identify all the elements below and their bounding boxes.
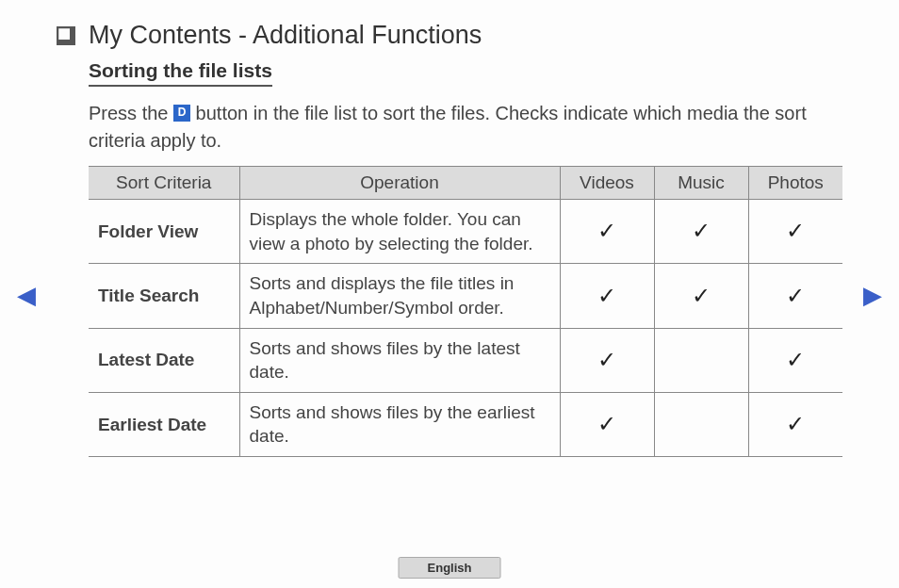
music-cell (654, 328, 748, 392)
intro-part1: Press the (89, 103, 173, 123)
d-button-icon: D (173, 105, 190, 122)
table-row: Title SearchSorts and displays the file … (89, 264, 842, 328)
title-row: My Contents - Additional Functions (57, 21, 842, 50)
check-icon: ✓ (786, 218, 805, 243)
header-music: Music (654, 167, 748, 200)
language-badge: English (399, 557, 501, 579)
check-icon: ✓ (597, 283, 616, 308)
check-icon: ✓ (597, 218, 616, 243)
criteria-cell: Title Search (89, 264, 239, 328)
header-videos: Videos (560, 167, 654, 200)
table-row: Earliest DateSorts and shows files by th… (89, 392, 842, 456)
criteria-cell: Earliest Date (89, 392, 239, 456)
photos-cell: ✓ (748, 328, 842, 392)
sort-criteria-table: Sort Criteria Operation Videos Music Pho… (89, 166, 842, 457)
check-icon: ✓ (692, 218, 711, 243)
operation-cell: Sorts and shows files by the latest date… (239, 328, 560, 392)
prev-page-arrow[interactable]: ◀ (17, 281, 36, 310)
operation-cell: Displays the whole folder. You can view … (239, 200, 560, 264)
header-criteria: Sort Criteria (89, 167, 239, 200)
music-cell (654, 392, 748, 456)
videos-cell: ✓ (560, 264, 654, 328)
table-header-row: Sort Criteria Operation Videos Music Pho… (89, 167, 842, 200)
bullet-square-icon (57, 26, 75, 45)
videos-cell: ✓ (560, 328, 654, 392)
videos-cell: ✓ (560, 200, 654, 264)
next-page-arrow[interactable]: ▶ (863, 281, 882, 310)
photos-cell: ✓ (748, 392, 842, 456)
photos-cell: ✓ (748, 200, 842, 264)
table-row: Latest DateSorts and shows files by the … (89, 328, 842, 392)
music-cell: ✓ (654, 200, 748, 264)
page-subtitle: Sorting the file lists (89, 59, 272, 87)
music-cell: ✓ (654, 264, 748, 328)
intro-part2: button in the file list to sort the file… (89, 103, 807, 151)
check-icon: ✓ (786, 411, 805, 436)
check-icon: ✓ (692, 283, 711, 308)
operation-cell: Sorts and shows files by the earliest da… (239, 392, 560, 456)
operation-cell: Sorts and displays the file titles in Al… (239, 264, 560, 328)
videos-cell: ✓ (560, 392, 654, 456)
check-icon: ✓ (597, 411, 616, 436)
svg-rect-2 (70, 27, 74, 44)
check-icon: ✓ (786, 283, 805, 308)
check-icon: ✓ (786, 347, 805, 372)
header-photos: Photos (748, 167, 842, 200)
page-title: My Contents - Additional Functions (89, 21, 482, 50)
criteria-cell: Latest Date (89, 328, 239, 392)
header-operation: Operation (239, 167, 560, 200)
page-content: My Contents - Additional Functions Sorti… (0, 0, 899, 457)
intro-text: Press the D button in the file list to s… (89, 100, 842, 155)
photos-cell: ✓ (748, 264, 842, 328)
table-row: Folder ViewDisplays the whole folder. Yo… (89, 200, 842, 264)
check-icon: ✓ (597, 347, 616, 372)
criteria-cell: Folder View (89, 200, 239, 264)
